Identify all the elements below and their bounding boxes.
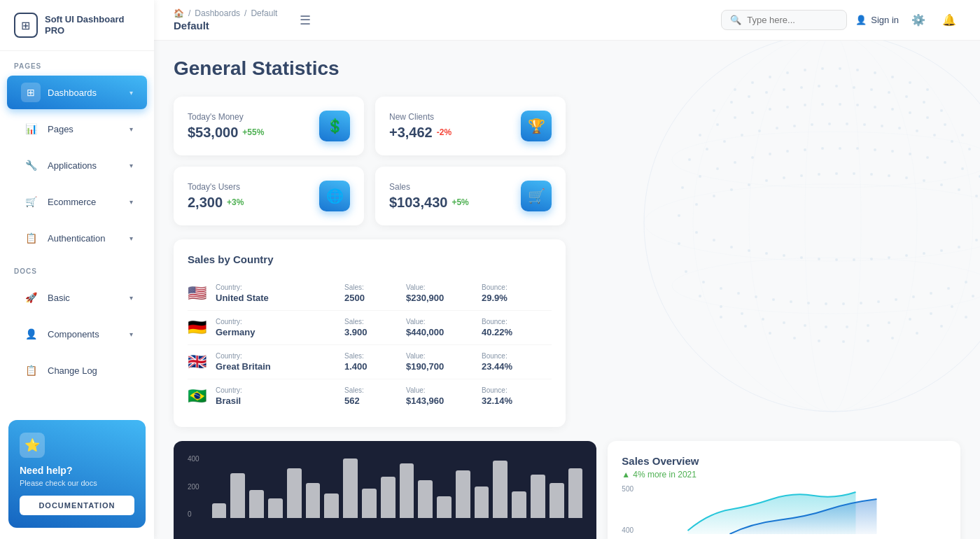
stat-change-users: +3%: [227, 197, 244, 207]
breadcrumb-dashboards[interactable]: Dashboards: [195, 8, 240, 18]
svg-point-123: [737, 292, 740, 295]
bar: [400, 463, 414, 518]
sales-overview-card: Sales Overview ▲ 4% more in 2021 500 400: [608, 441, 960, 539]
bar: [362, 489, 377, 519]
bar: [381, 477, 396, 519]
svg-point-103: [730, 246, 733, 248]
svg-point-159: [891, 337, 894, 340]
sign-in-label: Sign in: [871, 15, 899, 25]
svg-point-75: [926, 156, 929, 159]
sidebar-item-basic[interactable]: 🚀 Basic ▾: [7, 281, 147, 314]
sales-info-us: Sales: 2500: [344, 284, 400, 303]
svg-point-163: [644, 41, 980, 412]
svg-point-73: [891, 150, 894, 153]
authentication-icon: 📋: [21, 228, 41, 248]
sales-overview-change: 4% more in 2021: [633, 470, 696, 479]
svg-point-39: [909, 111, 911, 114]
basic-icon: 🚀: [21, 288, 41, 307]
svg-point-29: [734, 116, 736, 119]
globe-decoration: [630, 41, 980, 426]
documentation-button[interactable]: DOCUMENTATION: [20, 496, 134, 515]
svg-point-157: [842, 340, 845, 343]
svg-point-24: [905, 95, 908, 98]
bar: [550, 483, 564, 518]
stat-change-sales: +5%: [451, 197, 468, 207]
country-info-de: Country: Germany: [216, 318, 339, 337]
svg-point-56: [916, 130, 918, 132]
breadcrumb-title: Default: [174, 20, 277, 31]
svg-point-128: [825, 302, 827, 305]
svg-point-22: [870, 88, 873, 91]
bar: [437, 496, 451, 518]
search-bar[interactable]: 🔍: [721, 10, 847, 30]
svg-point-30: [751, 111, 754, 114]
svg-point-126: [790, 300, 792, 303]
svg-point-63: [716, 167, 719, 170]
svg-point-156: [818, 340, 820, 342]
svg-point-59: [968, 148, 971, 150]
svg-point-23: [888, 91, 890, 94]
sidebar-item-dashboards[interactable]: ⊞ Dashboards ▾: [7, 76, 147, 109]
breadcrumb-sep2: /: [244, 8, 246, 18]
breadcrumb-nav: 🏠 / Dashboards / Default: [174, 8, 277, 18]
svg-point-148: [909, 318, 911, 321]
header-right: 🔍 👤 Sign in ⚙️ 🔔: [721, 9, 960, 31]
app-logo: ⊞ Soft UI Dashboard PRO: [0, 0, 154, 51]
bar-chart-area: [212, 455, 583, 537]
search-input[interactable]: [747, 15, 838, 25]
sidebar-item-ecommerce[interactable]: 🛒 Ecommerce ▾: [7, 185, 147, 218]
chevron-ecommerce: ▾: [130, 198, 133, 206]
notification-icon[interactable]: 🔔: [938, 9, 960, 31]
svg-point-40: [926, 116, 929, 119]
breadcrumb-home-icon[interactable]: 🏠: [174, 8, 184, 18]
value-gb: $190,700: [406, 361, 476, 372]
col-label-country: Country:: [216, 284, 339, 291]
svg-point-115: [940, 249, 943, 252]
svg-point-77: [961, 167, 964, 170]
sales-y-500: 500: [622, 485, 634, 493]
svg-point-38: [891, 108, 894, 111]
bounce-info-br: Bounce: 32.14%: [482, 386, 552, 406]
bounce-us: 29.9%: [482, 293, 552, 303]
y-label-0: 0: [188, 510, 200, 518]
settings-icon[interactable]: ⚙️: [907, 9, 930, 31]
stat-label-users: Today's Users: [188, 182, 244, 192]
svg-point-70: [839, 147, 841, 150]
hamburger-menu-icon[interactable]: ☰: [300, 13, 311, 28]
svg-point-130: [860, 302, 862, 304]
svg-point-132: [895, 298, 897, 301]
svg-point-113: [905, 254, 908, 257]
svg-point-114: [923, 252, 925, 255]
ecommerce-icon: 🛒: [21, 192, 41, 211]
svg-point-36: [856, 104, 859, 106]
svg-point-20: [835, 85, 838, 88]
chevron-applications: ▾: [130, 162, 133, 169]
svg-point-21: [853, 86, 855, 89]
svg-point-76: [944, 161, 946, 164]
svg-point-32: [786, 106, 789, 108]
bar: [306, 483, 321, 518]
svg-point-26: [940, 109, 943, 112]
bar: [568, 468, 583, 518]
svg-point-97: [975, 195, 978, 197]
svg-point-62: [699, 175, 701, 178]
svg-point-167: [672, 132, 980, 188]
sidebar-item-components[interactable]: 👤 Components ▾: [7, 317, 147, 351]
country-name-gb: Great Britain: [216, 361, 339, 372]
sidebar-item-authentication[interactable]: 📋 Authentication ▾: [7, 221, 147, 255]
sidebar-item-applications[interactable]: 🔧 Applications ▾: [7, 148, 147, 182]
svg-point-66: [769, 153, 771, 155]
bar: [212, 503, 227, 518]
stat-change-money: +55%: [242, 127, 264, 137]
sign-in-button[interactable]: 👤 Sign in: [855, 15, 899, 25]
svg-point-151: [972, 295, 974, 298]
bar: [324, 493, 339, 518]
svg-point-1: [734, 88, 736, 91]
sales-info-gb: Sales: 1.400: [344, 352, 400, 372]
sidebar-item-pages[interactable]: 📊 Pages ▾: [7, 112, 147, 146]
svg-point-84: [748, 183, 750, 186]
bar: [287, 468, 302, 518]
svg-point-150: [951, 305, 953, 308]
svg-point-53: [863, 123, 866, 126]
sidebar-item-changelog[interactable]: 📋 Change Log: [7, 354, 147, 387]
